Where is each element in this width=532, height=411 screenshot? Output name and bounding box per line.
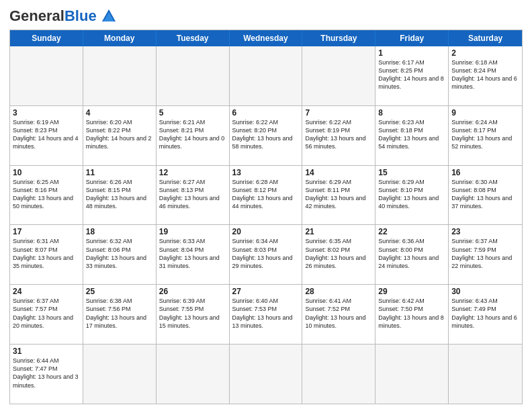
day-info: Sunrise: 6:42 AM Sunset: 7:50 PM Dayligh… [378,297,445,330]
day-number: 29 [378,287,445,296]
day-info: Sunrise: 6:19 AM Sunset: 8:23 PM Dayligh… [13,118,80,151]
calendar-cell [230,345,303,404]
day-info: Sunrise: 6:43 AM Sunset: 7:49 PM Dayligh… [451,297,519,330]
calendar-cell: 26Sunrise: 6:39 AM Sunset: 7:55 PM Dayli… [157,285,230,344]
calendar-cell [449,345,522,404]
calendar-body: 1Sunrise: 6:17 AM Sunset: 8:25 PM Daylig… [10,46,522,404]
day-info: Sunrise: 6:35 AM Sunset: 8:02 PM Dayligh… [305,237,372,270]
weekday-header-wednesday: Wednesday [230,30,303,46]
day-number: 24 [13,287,80,296]
day-number: 27 [232,287,300,296]
calendar-cell: 1Sunrise: 6:17 AM Sunset: 8:25 PM Daylig… [375,46,449,105]
calendar-cell [230,46,303,105]
day-info: Sunrise: 6:29 AM Sunset: 8:11 PM Dayligh… [305,178,372,211]
day-info: Sunrise: 6:28 AM Sunset: 8:12 PM Dayligh… [232,178,300,211]
day-number: 25 [86,287,153,296]
logo: GeneralBlue [9,7,118,26]
calendar-row-0: 1Sunrise: 6:17 AM Sunset: 8:25 PM Daylig… [10,46,522,105]
day-number: 3 [13,108,80,118]
calendar-cell: 7Sunrise: 6:22 AM Sunset: 8:19 PM Daylig… [302,106,375,165]
day-number: 10 [13,168,80,177]
calendar-cell: 23Sunrise: 6:37 AM Sunset: 7:59 PM Dayli… [449,225,522,284]
day-info: Sunrise: 6:44 AM Sunset: 7:47 PM Dayligh… [13,357,80,390]
calendar-cell [157,46,230,105]
calendar-cell [83,46,157,105]
calendar-cell [83,345,157,404]
calendar-cell: 25Sunrise: 6:38 AM Sunset: 7:56 PM Dayli… [83,285,157,344]
calendar-cell: 28Sunrise: 6:41 AM Sunset: 7:52 PM Dayli… [302,285,375,344]
day-info: Sunrise: 6:37 AM Sunset: 7:59 PM Dayligh… [451,237,519,270]
day-number: 8 [378,108,445,118]
day-info: Sunrise: 6:24 AM Sunset: 8:17 PM Dayligh… [451,118,519,151]
day-info: Sunrise: 6:31 AM Sunset: 8:07 PM Dayligh… [13,237,80,270]
day-number: 5 [159,108,226,118]
day-number: 11 [86,168,153,177]
calendar-cell: 5Sunrise: 6:21 AM Sunset: 8:21 PM Daylig… [157,106,230,165]
logo-text: GeneralBlue [9,9,97,24]
day-number: 17 [13,227,80,236]
calendar-cell: 8Sunrise: 6:23 AM Sunset: 8:18 PM Daylig… [375,106,449,165]
day-info: Sunrise: 6:34 AM Sunset: 8:03 PM Dayligh… [232,237,300,270]
day-info: Sunrise: 6:39 AM Sunset: 7:55 PM Dayligh… [159,297,226,330]
calendar-cell: 6Sunrise: 6:22 AM Sunset: 8:20 PM Daylig… [230,106,303,165]
day-info: Sunrise: 6:20 AM Sunset: 8:22 PM Dayligh… [86,118,153,151]
calendar-cell: 2Sunrise: 6:18 AM Sunset: 8:24 PM Daylig… [449,46,522,105]
calendar-cell: 21Sunrise: 6:35 AM Sunset: 8:02 PM Dayli… [302,225,375,284]
calendar-cell: 30Sunrise: 6:43 AM Sunset: 7:49 PM Dayli… [449,285,522,344]
day-number: 23 [451,227,519,236]
calendar-cell: 14Sunrise: 6:29 AM Sunset: 8:11 PM Dayli… [302,166,375,225]
calendar-cell [157,345,230,404]
calendar-cell: 9Sunrise: 6:24 AM Sunset: 8:17 PM Daylig… [449,106,522,165]
calendar-cell: 17Sunrise: 6:31 AM Sunset: 8:07 PM Dayli… [10,225,83,284]
weekday-header-friday: Friday [375,30,449,46]
logo-icon [99,7,118,26]
calendar-row-2: 10Sunrise: 6:25 AM Sunset: 8:16 PM Dayli… [10,165,522,225]
calendar-cell: 31Sunrise: 6:44 AM Sunset: 7:47 PM Dayli… [10,345,83,404]
day-info: Sunrise: 6:36 AM Sunset: 8:00 PM Dayligh… [378,237,445,270]
day-number: 12 [159,168,226,177]
calendar-header: SundayMondayTuesdayWednesdayThursdayFrid… [10,30,522,46]
day-number: 2 [451,48,519,58]
day-info: Sunrise: 6:29 AM Sunset: 8:10 PM Dayligh… [378,178,445,211]
day-info: Sunrise: 6:25 AM Sunset: 8:16 PM Dayligh… [13,178,80,211]
calendar-cell: 29Sunrise: 6:42 AM Sunset: 7:50 PM Dayli… [375,285,449,344]
day-number: 4 [86,108,153,118]
day-number: 16 [451,168,519,177]
day-number: 14 [305,168,372,177]
day-info: Sunrise: 6:41 AM Sunset: 7:52 PM Dayligh… [305,297,372,330]
weekday-header-sunday: Sunday [10,30,83,46]
calendar-cell [302,345,375,404]
day-number: 19 [159,227,226,236]
calendar-row-3: 17Sunrise: 6:31 AM Sunset: 8:07 PM Dayli… [10,224,522,284]
calendar-cell: 27Sunrise: 6:40 AM Sunset: 7:53 PM Dayli… [230,285,303,344]
calendar-cell: 3Sunrise: 6:19 AM Sunset: 8:23 PM Daylig… [10,106,83,165]
day-info: Sunrise: 6:23 AM Sunset: 8:18 PM Dayligh… [378,118,445,151]
day-info: Sunrise: 6:21 AM Sunset: 8:21 PM Dayligh… [159,118,226,151]
day-info: Sunrise: 6:22 AM Sunset: 8:19 PM Dayligh… [305,118,372,151]
calendar-cell [10,46,83,105]
day-number: 18 [86,227,153,236]
day-number: 26 [159,287,226,296]
day-info: Sunrise: 6:22 AM Sunset: 8:20 PM Dayligh… [232,118,300,151]
calendar-cell [375,345,449,404]
day-number: 31 [13,347,80,356]
logo-blue: Blue [64,7,97,24]
weekday-header-thursday: Thursday [302,30,375,46]
day-number: 22 [378,227,445,236]
day-number: 21 [305,227,372,236]
day-info: Sunrise: 6:26 AM Sunset: 8:15 PM Dayligh… [86,178,153,211]
day-info: Sunrise: 6:40 AM Sunset: 7:53 PM Dayligh… [232,297,300,330]
day-number: 9 [451,108,519,118]
calendar-row-4: 24Sunrise: 6:37 AM Sunset: 7:57 PM Dayli… [10,284,522,344]
weekday-header-monday: Monday [83,30,157,46]
day-number: 30 [451,287,519,296]
day-number: 20 [232,227,300,236]
day-info: Sunrise: 6:27 AM Sunset: 8:13 PM Dayligh… [159,178,226,211]
day-number: 13 [232,168,300,177]
calendar-cell: 15Sunrise: 6:29 AM Sunset: 8:10 PM Dayli… [375,166,449,225]
day-number: 1 [378,48,445,58]
calendar-cell: 16Sunrise: 6:30 AM Sunset: 8:08 PM Dayli… [449,166,522,225]
calendar-row-1: 3Sunrise: 6:19 AM Sunset: 8:23 PM Daylig… [10,105,522,165]
calendar-cell: 19Sunrise: 6:33 AM Sunset: 8:04 PM Dayli… [157,225,230,284]
day-info: Sunrise: 6:30 AM Sunset: 8:08 PM Dayligh… [451,178,519,211]
